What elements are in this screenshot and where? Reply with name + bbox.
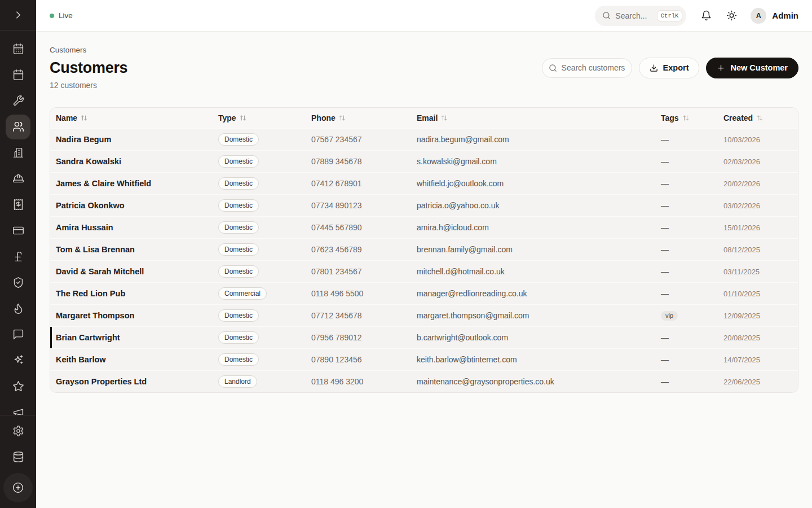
customers-table: NameTypePhoneEmailTagsCreated Nadira Beg…	[50, 107, 798, 393]
sidebar-item-message-square[interactable]	[6, 322, 30, 348]
customer-type: Domestic	[213, 199, 306, 212]
column-header-name[interactable]: Name	[50, 113, 213, 122]
users-icon	[12, 121, 24, 133]
sidebar-item-receipt[interactable]	[6, 192, 30, 218]
user-menu[interactable]: A Admin	[751, 8, 798, 24]
star-icon	[12, 380, 24, 392]
table-row[interactable]: Grayson Properties LtdLandlord0118 496 3…	[50, 370, 798, 392]
table-row[interactable]: David & Sarah MitchellDomestic07801 2345…	[50, 260, 798, 282]
table-header: NameTypePhoneEmailTagsCreated	[50, 108, 798, 128]
page-title: Customers	[50, 59, 127, 77]
bell-icon	[701, 10, 712, 21]
customer-email: maintenance@graysonproperties.co.uk	[411, 377, 655, 386]
customer-tags: —	[655, 135, 718, 144]
sidebar-item-building[interactable]	[6, 140, 30, 166]
sparkles-icon	[12, 354, 24, 366]
sort-icon	[756, 115, 763, 121]
customer-created: 12/09/2025	[718, 312, 798, 320]
customer-email: manager@redlionreading.co.uk	[411, 289, 655, 298]
table-row[interactable]: Amira HussainDomestic07445 567890amira.h…	[50, 216, 798, 238]
column-header-label: Name	[56, 113, 77, 122]
sidebar-item-calendar[interactable]	[6, 62, 30, 88]
sun-icon	[726, 10, 737, 21]
customer-email: amira.h@icloud.com	[411, 223, 655, 232]
customer-type: Landlord	[213, 375, 306, 388]
table-row[interactable]: Sandra KowalskiDomestic07889 345678s.kow…	[50, 150, 798, 172]
customer-tags: —	[655, 333, 718, 342]
calendar-days-icon	[12, 43, 24, 55]
topbar: Live Search... CtrlK A Admin	[36, 0, 812, 32]
sidebar-item-wrench[interactable]	[6, 88, 30, 114]
sidebar-item-megaphone[interactable]	[6, 400, 30, 415]
global-search[interactable]: Search... CtrlK	[595, 6, 686, 26]
column-header-type[interactable]: Type	[213, 113, 306, 122]
table-row[interactable]: Patricia OkonkwoDomestic07734 890123patr…	[50, 194, 798, 216]
sidebar-item-shield-check[interactable]	[6, 270, 30, 296]
notifications-button[interactable]	[701, 10, 712, 21]
theme-toggle-button[interactable]	[726, 10, 737, 21]
table-row[interactable]: James & Claire WhitfieldDomestic07412 67…	[50, 172, 798, 194]
page-header-actions: Export New Customer	[542, 58, 798, 78]
table-row[interactable]: Tom & Lisa BrennanDomestic07623 456789br…	[50, 238, 798, 260]
table-row[interactable]: Keith BarlowDomestic07890 123456keith.ba…	[50, 348, 798, 370]
column-header-created[interactable]: Created	[718, 113, 798, 122]
column-header-tags[interactable]: Tags	[655, 113, 718, 122]
type-badge: Commercial	[218, 287, 267, 300]
customer-phone: 07412 678901	[306, 179, 411, 188]
customer-search	[542, 58, 632, 78]
settings-icon	[12, 425, 24, 437]
customer-phone: 07712 345678	[306, 311, 411, 320]
search-icon	[602, 11, 611, 20]
customer-created: 02/03/2026	[718, 157, 798, 166]
type-badge: Domestic	[218, 353, 259, 366]
export-button[interactable]: Export	[639, 58, 700, 78]
app-root: Live Search... CtrlK A Admin	[0, 0, 812, 508]
sidebar-add-button[interactable]	[3, 473, 33, 502]
sidebar-item-users[interactable]	[6, 115, 30, 139]
customer-email: margaret.thompson@gmail.com	[411, 311, 655, 320]
type-badge: Domestic	[218, 155, 259, 168]
customer-type: Domestic	[213, 133, 306, 146]
sidebar-item-sparkles[interactable]	[6, 348, 30, 374]
customer-tags: —	[655, 201, 718, 210]
sidebar-item-flame[interactable]	[6, 296, 30, 322]
customer-tags: vip	[655, 310, 718, 321]
customer-created: 03/02/2026	[718, 202, 798, 210]
shield-check-icon	[12, 277, 24, 288]
export-button-label: Export	[663, 63, 689, 72]
customer-created: 03/11/2025	[718, 268, 798, 276]
column-header-phone[interactable]: Phone	[306, 113, 411, 122]
sidebar-item-calendar-days[interactable]	[6, 36, 30, 62]
customer-name: Amira Hussain	[50, 223, 213, 232]
message-square-icon	[12, 329, 24, 340]
customer-name: James & Claire Whitfield	[50, 179, 213, 188]
customer-name: Tom & Lisa Brennan	[50, 245, 213, 254]
main-column: Live Search... CtrlK A Admin	[36, 0, 812, 508]
sidebar-item-star[interactable]	[6, 374, 30, 400]
customer-created: 01/10/2025	[718, 290, 798, 298]
customer-name: Nadira Begum	[50, 135, 213, 144]
sidebar-item-database[interactable]	[6, 444, 30, 470]
customer-phone: 07889 345678	[306, 157, 411, 166]
sidebar-item-credit-card[interactable]	[6, 218, 30, 244]
customer-tags: —	[655, 157, 718, 166]
customer-tags: —	[655, 179, 718, 188]
search-icon	[549, 64, 557, 72]
sort-icon	[441, 115, 448, 121]
table-row[interactable]: Brian CartwrightDomestic07956 789012b.ca…	[50, 326, 798, 348]
table-row[interactable]: Nadira BegumDomestic07567 234567nadira.b…	[50, 128, 798, 150]
sidebar-item-hard-hat[interactable]	[6, 166, 30, 192]
column-header-label: Created	[723, 113, 753, 122]
megaphone-icon	[12, 406, 24, 415]
sidebar-toggle-button[interactable]	[0, 0, 36, 30]
sidebar-item-settings[interactable]	[6, 418, 30, 444]
column-header-email[interactable]: Email	[411, 113, 655, 122]
new-customer-button[interactable]: New Customer	[706, 58, 798, 78]
customer-tags: —	[655, 267, 718, 276]
breadcrumb[interactable]: Customers	[50, 46, 127, 54]
sidebar-item-pound-sterling[interactable]	[6, 244, 30, 270]
table-row[interactable]: Margaret ThompsonDomestic07712 345678mar…	[50, 304, 798, 326]
customer-created: 20/02/2026	[718, 179, 798, 188]
table-row[interactable]: The Red Lion PubCommercial0118 496 5500m…	[50, 282, 798, 304]
customer-name: Margaret Thompson	[50, 311, 213, 320]
